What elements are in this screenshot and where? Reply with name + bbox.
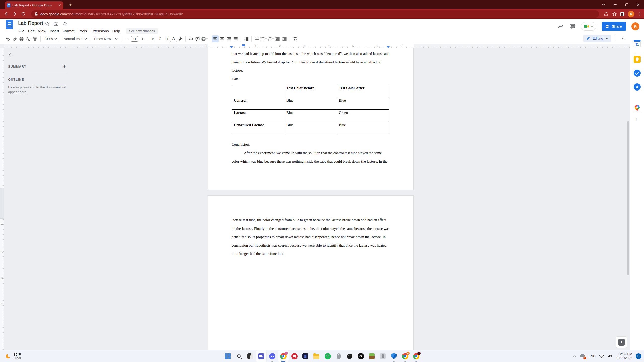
menu-tools[interactable]: Tools xyxy=(76,28,89,34)
share-page-icon[interactable] xyxy=(604,12,609,16)
google-calendar-icon[interactable]: 31 xyxy=(634,40,641,47)
table-cell[interactable]: Blue xyxy=(337,97,389,110)
table-header-cell[interactable]: Test Color Before xyxy=(284,85,337,97)
chat-app-icon[interactable] xyxy=(256,350,267,362)
doc-line[interactable]: denatured so its properties to break dow… xyxy=(232,233,389,241)
language-indicator[interactable]: ENG xyxy=(589,354,596,358)
table-cell[interactable] xyxy=(232,85,284,97)
tray-chevron-up-icon[interactable] xyxy=(573,355,576,357)
google-keep-icon[interactable] xyxy=(634,56,641,63)
windows-security-icon[interactable] xyxy=(388,350,399,362)
underline-button[interactable]: U xyxy=(163,35,170,42)
window-maximize-button[interactable] xyxy=(621,0,632,9)
window-close-button[interactable] xyxy=(632,0,644,9)
logitech-g-hub-icon[interactable]: G xyxy=(355,350,366,362)
first-line-indent-marker[interactable] xyxy=(242,44,245,46)
numbered-list-button[interactable] xyxy=(267,35,274,42)
bold-button[interactable]: B xyxy=(150,35,156,42)
zoom-select[interactable]: 100% xyxy=(42,35,58,42)
clear-formatting-button[interactable] xyxy=(292,35,298,42)
editing-mode-select[interactable]: Editing xyxy=(583,35,611,42)
get-addons-button[interactable]: + xyxy=(634,116,638,123)
italic-button[interactable]: I xyxy=(156,35,163,42)
add-comment-button[interactable] xyxy=(194,35,201,42)
align-left-button[interactable] xyxy=(212,35,219,42)
table-cell[interactable]: Lactase xyxy=(232,110,284,122)
star-document-icon[interactable] xyxy=(45,21,50,26)
increase-indent-button[interactable] xyxy=(281,35,288,42)
start-button[interactable] xyxy=(222,350,233,362)
chrome-profile-2-icon[interactable] xyxy=(411,350,422,362)
docs-logo-icon[interactable] xyxy=(6,20,13,29)
docs-profile-avatar[interactable]: R xyxy=(631,22,639,30)
menu-format[interactable]: Format xyxy=(61,28,76,34)
align-right-button[interactable] xyxy=(225,35,232,42)
table-cell[interactable]: Denatured Lactase xyxy=(232,122,284,134)
doc-line[interactable]: on the lactose. Finally in the denatured… xyxy=(232,224,389,233)
menu-view[interactable]: View xyxy=(36,28,48,34)
highlight-color-button[interactable] xyxy=(177,35,184,42)
dark-mouse-app-icon[interactable] xyxy=(344,350,355,362)
insert-image-button[interactable] xyxy=(201,35,208,42)
table-cell[interactable]: Blue xyxy=(284,97,337,110)
font-size-increase-button[interactable] xyxy=(139,35,146,42)
doc-line[interactable]: that we had heated up to add into the la… xyxy=(232,50,389,58)
cloud-saved-icon[interactable] xyxy=(63,22,68,26)
new-tab-button[interactable]: + xyxy=(67,2,73,8)
clock[interactable]: 12:52 PM 10/21/2022 xyxy=(616,352,632,360)
spellcheck-button[interactable] xyxy=(25,35,32,42)
doc-line[interactable]: Data: xyxy=(232,75,389,83)
table-header-cell[interactable]: Test Color After xyxy=(337,85,389,97)
tab-close-icon[interactable]: × xyxy=(58,3,61,7)
comment-history-icon[interactable] xyxy=(569,23,575,29)
redo-button[interactable] xyxy=(11,35,18,42)
undo-button[interactable] xyxy=(5,35,11,42)
table-cell[interactable]: Blue xyxy=(284,122,337,134)
grey-app-icon[interactable] xyxy=(377,350,388,362)
text-color-button[interactable]: A xyxy=(170,35,177,42)
bulleted-list-button[interactable] xyxy=(260,35,267,42)
chrome-profile-r-icon[interactable]: R xyxy=(399,350,411,362)
browser-menu-kebab-icon[interactable] xyxy=(638,12,642,16)
menu-insert[interactable]: Insert xyxy=(48,28,61,34)
paragraph-style-select[interactable]: Normal text xyxy=(62,35,88,42)
forward-icon[interactable] xyxy=(11,10,19,17)
onedrive-error-icon[interactable]: ✕ xyxy=(580,354,585,359)
table-cell[interactable]: Blue xyxy=(337,122,389,134)
google-tasks-icon[interactable] xyxy=(634,70,641,77)
menu-file[interactable]: File xyxy=(17,28,26,34)
google-contacts-icon[interactable] xyxy=(634,83,641,90)
line-spacing-button[interactable] xyxy=(243,35,250,42)
riot-games-icon[interactable] xyxy=(289,350,300,362)
browser-tab[interactable]: Lab Report - Google Docs × xyxy=(5,1,63,9)
right-margin-marker[interactable] xyxy=(387,46,390,48)
task-view-app-icon[interactable] xyxy=(245,350,256,362)
extension-icon[interactable] xyxy=(620,12,624,16)
decrease-indent-button[interactable] xyxy=(274,35,281,42)
see-new-changes-button[interactable]: See new changes xyxy=(126,28,158,34)
print-button[interactable] xyxy=(18,35,25,42)
checklist-button[interactable] xyxy=(253,35,260,42)
doc-line[interactable]: it no longer had the same function. xyxy=(232,250,389,258)
discord-icon[interactable] xyxy=(267,350,278,362)
overwolf-app-icon[interactable]: Ǝ xyxy=(300,350,311,362)
close-outline-icon[interactable] xyxy=(8,52,15,59)
document-page-1[interactable]: that we had heated up to add into the la… xyxy=(208,48,414,190)
table-cell[interactable]: Blue xyxy=(284,110,337,122)
font-size-decrease-button[interactable] xyxy=(123,35,130,42)
notification-count-badge[interactable]: 12 xyxy=(636,353,641,359)
horizontal-ruler[interactable]: 1 1 2 3 4 5 6 7 xyxy=(4,44,630,48)
file-explorer-icon[interactable] xyxy=(311,350,322,362)
hide-menus-button[interactable] xyxy=(620,35,626,42)
doc-line[interactable]: lactase test tube, the color changed fro… xyxy=(232,216,389,224)
doc-line[interactable]: Conclusion: xyxy=(232,140,389,149)
table-cell[interactable]: Control xyxy=(232,97,284,110)
doc-line[interactable]: conclusion our hypothesis was correct be… xyxy=(232,241,389,250)
left-margin-marker[interactable] xyxy=(230,46,233,48)
spotify-icon[interactable] xyxy=(322,350,333,362)
doc-line[interactable]: After the experiment, we came up with th… xyxy=(232,149,389,157)
vertical-ruler[interactable]: 1 2 3 4 xyxy=(0,48,4,350)
menu-edit[interactable]: Edit xyxy=(26,28,36,34)
bookmark-star-icon[interactable] xyxy=(612,12,617,16)
align-center-button[interactable] xyxy=(219,35,225,42)
